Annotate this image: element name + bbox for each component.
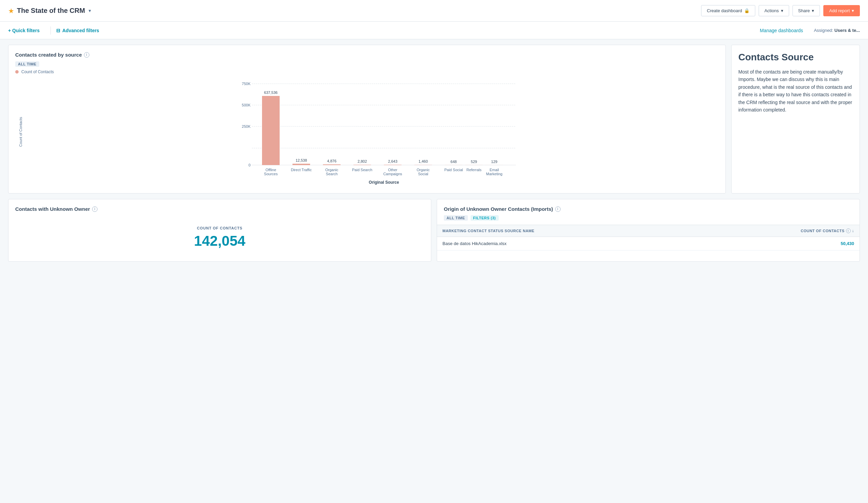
col2-label: COUNT OF CONTACTS i ↓	[800, 229, 854, 233]
chart3-badges: ALL TIME FILTERS (3)	[444, 215, 853, 221]
svg-text:Paid Social: Paid Social	[444, 168, 463, 172]
svg-text:Offline: Offline	[266, 168, 276, 172]
share-label: Share	[798, 8, 810, 13]
lock-icon: 🔒	[744, 8, 750, 13]
advanced-filters-label: Advanced filters	[62, 28, 99, 33]
bar-organic-search	[323, 164, 341, 165]
top-row: Contacts created by source i ALL TIME Co…	[8, 45, 860, 193]
row-name: Base de datos HikAcademia.xlsx	[443, 241, 506, 246]
count-section: COUNT OF CONTACTS 142,054	[15, 215, 424, 254]
svg-text:Sources: Sources	[264, 172, 278, 176]
quick-filters-label: + Quick filters	[8, 28, 40, 33]
svg-text:2,802: 2,802	[358, 159, 367, 163]
col1-label: MARKETING CONTACT STATUS SOURCE NAME	[443, 229, 535, 233]
chart2-title: Contacts with Unknown Owner i	[15, 206, 424, 212]
create-dashboard-label: Create dashboard	[707, 8, 742, 13]
svg-text:Organic: Organic	[326, 168, 339, 172]
svg-text:648: 648	[451, 160, 457, 164]
svg-text:750K: 750K	[242, 82, 250, 86]
info-card-title: Contacts Source	[738, 52, 853, 63]
legend-label: Count of Contacts	[21, 70, 54, 74]
svg-text:Campaigns: Campaigns	[383, 172, 402, 176]
contacts-source-info-card: Contacts Source Most of the contacts are…	[731, 45, 860, 193]
main-content: Contacts created by source i ALL TIME Co…	[0, 39, 868, 267]
count-value: 142,054	[194, 233, 246, 249]
chart3-info-icon[interactable]: i	[555, 207, 561, 212]
table-header: MARKETING CONTACT STATUS SOURCE NAME COU…	[437, 225, 859, 237]
star-icon: ★	[8, 7, 14, 15]
svg-text:1,460: 1,460	[418, 159, 428, 163]
assigned-label: Assigned: Users & te...	[814, 28, 860, 33]
chart2-info-icon[interactable]: i	[92, 207, 97, 212]
svg-text:Paid Search: Paid Search	[352, 168, 372, 172]
svg-text:Social: Social	[418, 172, 428, 176]
svg-text:Email: Email	[489, 168, 499, 172]
bar-other-campaigns	[384, 165, 402, 165]
svg-text:250K: 250K	[242, 124, 250, 129]
chart1-info-icon[interactable]: i	[84, 52, 89, 58]
page-title: The State of the CRM	[17, 7, 85, 14]
contacts-by-source-card: Contacts created by source i ALL TIME Co…	[8, 45, 726, 193]
bar-organic-social	[414, 165, 432, 165]
svg-text:12,538: 12,538	[296, 158, 307, 162]
header: ★ The State of the CRM ▼ Create dashboar…	[0, 0, 868, 22]
row-value: 50,430	[840, 241, 854, 246]
chart1-badge: ALL TIME	[15, 61, 39, 67]
info-icon-col2[interactable]: i	[846, 229, 851, 233]
actions-label: Actions	[764, 8, 779, 13]
svg-text:Referrals: Referrals	[466, 168, 482, 172]
svg-text:Other: Other	[388, 168, 397, 172]
chart1-area: Count of Contacts 750K 500K 250K 0	[15, 77, 719, 187]
advanced-filters-button[interactable]: ⊟ Advanced filters	[56, 28, 105, 33]
svg-text:Organic: Organic	[417, 168, 430, 172]
bar-offline-sources	[262, 96, 280, 165]
legend-dot	[15, 70, 19, 73]
filter-lines-icon: ⊟	[56, 28, 60, 33]
info-card-body: Most of the contacts are being create ma…	[738, 68, 853, 113]
table-rows-container: Base de datos HikAcademia.xlsx 50,430	[444, 237, 853, 251]
filter-bar: + Quick filters ⊟ Advanced filters Manag…	[0, 22, 868, 39]
actions-button[interactable]: Actions ▾	[759, 5, 789, 16]
svg-text:Search: Search	[326, 172, 338, 176]
sort-icon[interactable]: ↓	[852, 229, 855, 233]
svg-text:2,643: 2,643	[388, 159, 397, 163]
add-report-label: Add report	[829, 8, 850, 13]
svg-text:0: 0	[248, 163, 250, 167]
svg-text:637,536: 637,536	[264, 91, 278, 94]
chart1-title: Contacts created by source i	[15, 52, 719, 58]
bar-chart-svg: 750K 500K 250K 0 637,536 12,538 4,876	[35, 77, 719, 185]
title-dropdown-icon[interactable]: ▼	[88, 9, 92, 13]
chart1-legend: Count of Contacts	[15, 70, 719, 74]
svg-text:500K: 500K	[242, 103, 250, 107]
svg-text:Direct Traffic: Direct Traffic	[291, 168, 312, 172]
share-arrow-icon: ▾	[812, 8, 814, 13]
add-report-button[interactable]: Add report ▾	[823, 5, 860, 16]
header-left: ★ The State of the CRM ▼	[8, 7, 92, 15]
chart3-badge1: ALL TIME	[444, 215, 468, 221]
create-dashboard-button[interactable]: Create dashboard 🔒	[701, 5, 755, 16]
unknown-owner-card: Contacts with Unknown Owner i COUNT OF C…	[8, 199, 431, 262]
table-row: Base de datos HikAcademia.xlsx 50,430	[437, 237, 859, 251]
svg-text:4,876: 4,876	[327, 159, 337, 163]
quick-filters-button[interactable]: + Quick filters	[8, 28, 45, 33]
origin-unknown-owner-card: Origin of Unknown Owner Contacts (Import…	[437, 199, 860, 262]
chart3-title: Origin of Unknown Owner Contacts (Import…	[444, 206, 853, 212]
svg-text:Original Source: Original Source	[369, 180, 399, 185]
bottom-row: Contacts with Unknown Owner i COUNT OF C…	[8, 199, 860, 262]
actions-arrow-icon: ▾	[781, 8, 783, 13]
svg-text:Marketing: Marketing	[486, 172, 503, 176]
share-button[interactable]: Share ▾	[793, 5, 820, 16]
filter-divider	[50, 27, 51, 34]
manage-dashboards-link[interactable]: Manage dashboards	[760, 28, 803, 33]
header-actions: Create dashboard 🔒 Actions ▾ Share ▾ Add…	[701, 5, 860, 16]
y-axis-label: Count of Contacts	[19, 117, 23, 147]
add-report-arrow-icon: ▾	[852, 8, 854, 13]
count-label: COUNT OF CONTACTS	[197, 226, 242, 230]
assigned-value: Users & te...	[835, 28, 860, 33]
bar-direct-traffic	[292, 164, 310, 165]
svg-text:529: 529	[471, 160, 477, 164]
svg-text:129: 129	[491, 160, 497, 164]
bar-paid-search	[353, 165, 371, 165]
chart3-badge2[interactable]: FILTERS (3)	[471, 215, 499, 221]
